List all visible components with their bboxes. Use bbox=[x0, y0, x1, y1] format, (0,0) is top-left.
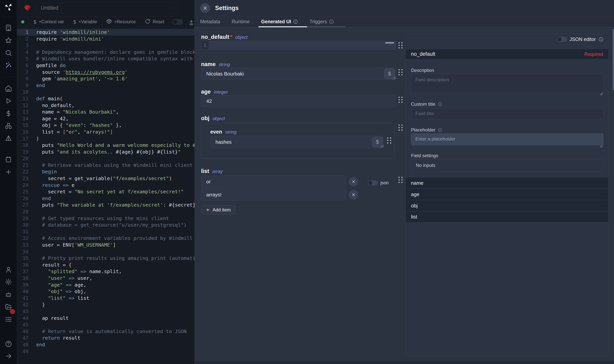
info-icon[interactable] bbox=[599, 37, 603, 42]
code-line[interactable]: 3 bbox=[17, 42, 195, 49]
calendar-icon[interactable] bbox=[4, 155, 13, 164]
code-line[interactable]: 40 "obj" => obj, bbox=[17, 288, 195, 295]
field-row-obj[interactable]: obj bbox=[406, 200, 608, 211]
code-line[interactable]: 45 bbox=[17, 321, 195, 328]
code-line[interactable]: 21 # Retrieve variables using the Windmi… bbox=[17, 162, 195, 169]
code-line[interactable]: 12 no_default, bbox=[17, 102, 195, 109]
code-line[interactable]: 19 puts "and its acolytes.. #{age} #{obj… bbox=[17, 149, 195, 155]
add-item-button[interactable]: Add item bbox=[201, 205, 235, 214]
code-line[interactable]: 13 name = "Nicolas Bourbaki", bbox=[17, 109, 195, 115]
code-line[interactable]: 5# Windmill uses bundler/inline compatib… bbox=[17, 55, 195, 62]
bot-icon[interactable] bbox=[4, 290, 13, 299]
even-input[interactable] bbox=[210, 136, 384, 148]
info-icon[interactable] bbox=[438, 102, 442, 106]
code-line[interactable]: 32 # Access environment variables provid… bbox=[17, 235, 195, 242]
tab-triggers[interactable]: Triggers bbox=[310, 16, 334, 27]
custom-title-input[interactable] bbox=[411, 108, 603, 119]
info-icon[interactable] bbox=[438, 128, 442, 132]
code-line[interactable]: 17) bbox=[17, 135, 195, 142]
code-line[interactable]: 39 "age" => age, bbox=[17, 282, 195, 288]
variable-picker-button[interactable]: $ bbox=[384, 69, 395, 79]
building-icon[interactable] bbox=[4, 24, 13, 32]
code-line[interactable]: 47 return result bbox=[17, 335, 195, 341]
code-line[interactable]: 43 bbox=[17, 308, 195, 315]
code-line[interactable]: 9end bbox=[17, 82, 195, 89]
mini-editor-scrollbar[interactable] bbox=[385, 42, 394, 44]
drag-handle-obj[interactable] bbox=[399, 125, 403, 131]
add-context-var-button[interactable]: $ +Context var bbox=[33, 19, 64, 25]
windmill-logo-icon[interactable] bbox=[4, 3, 13, 11]
json-toggle[interactable] bbox=[368, 180, 378, 185]
editor-toggle[interactable] bbox=[172, 19, 183, 25]
plus-icon[interactable] bbox=[4, 168, 13, 176]
tab-runtime[interactable]: Runtime bbox=[232, 16, 249, 27]
code-line[interactable]: 28 bbox=[17, 208, 195, 215]
no-default-object-editor[interactable]: 1 bbox=[201, 41, 396, 50]
code-line[interactable]: 10 bbox=[17, 89, 195, 95]
code-line[interactable]: 16 list = ["or", "arrays!"] bbox=[17, 129, 195, 135]
settings-scrollbar[interactable] bbox=[613, 29, 614, 90]
code-line[interactable]: 29 # Get typed resources using the mini … bbox=[17, 215, 195, 222]
code-line[interactable]: 23 secret = get_variable("f/examples/sec… bbox=[17, 175, 195, 182]
pyramid-icon[interactable] bbox=[4, 134, 13, 143]
code-line[interactable]: 31 bbox=[17, 228, 195, 235]
code-line[interactable]: 37 "splitted" => name.split, bbox=[17, 268, 195, 275]
code-line[interactable]: 42 } bbox=[17, 301, 195, 308]
drag-handle-list[interactable] bbox=[399, 177, 403, 183]
variable-picker-button[interactable]: $ bbox=[372, 137, 382, 147]
code-editor[interactable]: 1require 'windmill/inline'2require 'wind… bbox=[17, 27, 195, 364]
list-item-input[interactable] bbox=[201, 176, 346, 188]
code-line[interactable]: 14 age = 42, bbox=[17, 115, 195, 122]
code-line[interactable]: 33 user = ENV['WM_USERNAME'] bbox=[17, 242, 195, 248]
code-line[interactable]: 1require 'windmill/inline' bbox=[17, 29, 195, 36]
boxes-icon[interactable] bbox=[4, 122, 13, 130]
code-line[interactable]: 4# Dependency management: declare gems i… bbox=[17, 49, 195, 55]
code-line[interactable]: 11def main( bbox=[17, 95, 195, 102]
add-resource-button[interactable]: +Resource bbox=[106, 18, 136, 25]
drag-handle-even[interactable] bbox=[387, 137, 391, 143]
code-line[interactable]: 15 obj = { "even": "hashes" }, bbox=[17, 122, 195, 129]
remove-list-item-button[interactable] bbox=[349, 190, 358, 199]
code-line[interactable]: 25 secret = "No secret yet at f/examples… bbox=[17, 188, 195, 195]
selected-field-row[interactable]: no_default Required bbox=[406, 49, 608, 59]
list-item-input[interactable] bbox=[201, 189, 346, 201]
code-line[interactable]: 2require 'windmill/mini' bbox=[17, 36, 195, 42]
code-line[interactable]: 8 gem 'amazing_print', '~> 1.6' bbox=[17, 75, 195, 82]
gear-icon[interactable] bbox=[4, 278, 13, 286]
description-textarea[interactable] bbox=[411, 74, 603, 93]
code-line[interactable]: 35 # Pretty print results using amazing_… bbox=[17, 255, 195, 261]
home-icon[interactable] bbox=[4, 84, 13, 93]
drag-handle-no-default[interactable] bbox=[399, 42, 403, 48]
code-line[interactable]: 36 result = { bbox=[17, 261, 195, 268]
code-line[interactable]: 6gemfile do bbox=[17, 62, 195, 69]
code-line[interactable]: 41 "list" => list bbox=[17, 295, 195, 301]
code-line[interactable]: 46 # Return value is automatically conve… bbox=[17, 328, 195, 335]
code-line[interactable]: 34 bbox=[17, 248, 195, 255]
arrow-right-icon[interactable] bbox=[4, 352, 13, 360]
json-editor-toggle[interactable] bbox=[557, 37, 567, 42]
user-icon[interactable] bbox=[4, 265, 13, 274]
remove-list-item-button[interactable] bbox=[349, 177, 358, 186]
code-line[interactable]: 18 puts "Hello World and a warm welcome … bbox=[17, 142, 195, 149]
reset-button[interactable]: Reset bbox=[145, 19, 164, 25]
code-line[interactable]: 30 # database = get_resource("u/user/my_… bbox=[17, 221, 195, 228]
dollar-icon[interactable] bbox=[4, 109, 13, 118]
add-variable-button[interactable]: $ +Variable bbox=[73, 19, 97, 25]
code-line[interactable]: 26 end bbox=[17, 195, 195, 202]
code-line[interactable]: 44 ap result bbox=[17, 315, 195, 322]
code-line[interactable]: 24 rescue => e bbox=[17, 182, 195, 189]
tab-metadata[interactable]: Metadata bbox=[200, 16, 220, 27]
help-icon[interactable] bbox=[4, 340, 13, 348]
code-line[interactable]: 48end bbox=[17, 341, 195, 348]
placeholder-textarea[interactable] bbox=[411, 133, 603, 145]
drag-handle-name[interactable] bbox=[399, 69, 403, 75]
play-icon[interactable] bbox=[4, 97, 13, 105]
code-line[interactable]: 27 puts "The variable at 'f/examples/sec… bbox=[17, 202, 195, 208]
name-input[interactable] bbox=[201, 68, 396, 80]
code-line[interactable]: 20 bbox=[17, 155, 195, 162]
field-row-list[interactable]: list bbox=[406, 211, 608, 222]
field-row-name[interactable]: name bbox=[406, 177, 608, 189]
search-icon[interactable] bbox=[4, 49, 13, 57]
code-line[interactable]: 49 bbox=[17, 348, 195, 355]
script-title-input[interactable] bbox=[36, 2, 176, 13]
